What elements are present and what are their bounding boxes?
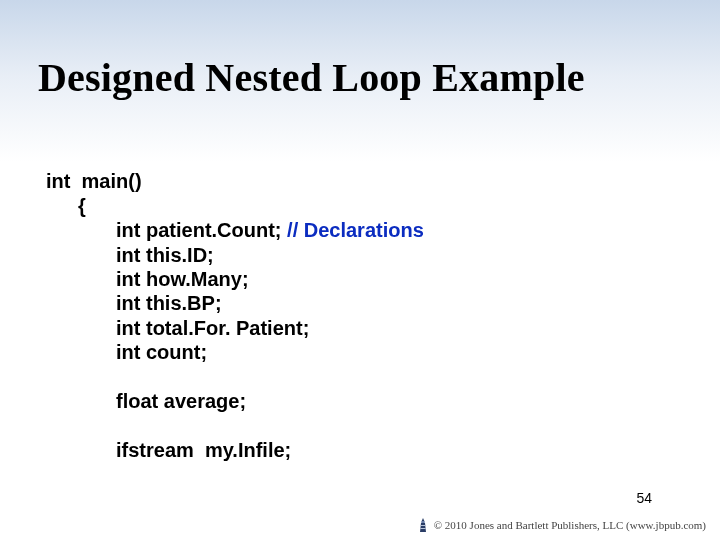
publisher-logo [418, 518, 428, 532]
code-line-4: int this.ID; [46, 243, 214, 267]
code-line-6: int this.BP; [46, 291, 222, 315]
code-line-1: int main() [46, 170, 142, 192]
slide: Designed Nested Loop Example int main() … [0, 0, 720, 540]
code-line-2: { [46, 194, 86, 218]
svg-rect-4 [420, 528, 425, 529]
slide-title: Designed Nested Loop Example [38, 54, 682, 101]
code-line-3: int patient.Count; // Declarations [46, 218, 424, 242]
page-number: 54 [636, 490, 652, 506]
code-line-10: ifstream my.Infile; [46, 438, 291, 462]
svg-marker-0 [421, 518, 424, 521]
code-line-8: int count; [46, 340, 207, 364]
svg-rect-3 [420, 525, 425, 526]
footer-text: © 2010 Jones and Bartlett Publishers, LL… [434, 519, 706, 531]
lighthouse-icon [418, 518, 428, 532]
code-line-5: int how.Many; [46, 267, 249, 291]
svg-rect-1 [421, 521, 424, 523]
code-line-7: int total.For. Patient; [46, 316, 309, 340]
footer: © 2010 Jones and Bartlett Publishers, LL… [418, 518, 706, 532]
code-line-3a: int patient.Count; [116, 219, 287, 241]
code-line-9: float average; [46, 389, 246, 413]
code-comment: // Declarations [287, 219, 424, 241]
code-block: int main() { int patient.Count; // Decla… [46, 145, 424, 462]
svg-marker-2 [420, 523, 426, 532]
